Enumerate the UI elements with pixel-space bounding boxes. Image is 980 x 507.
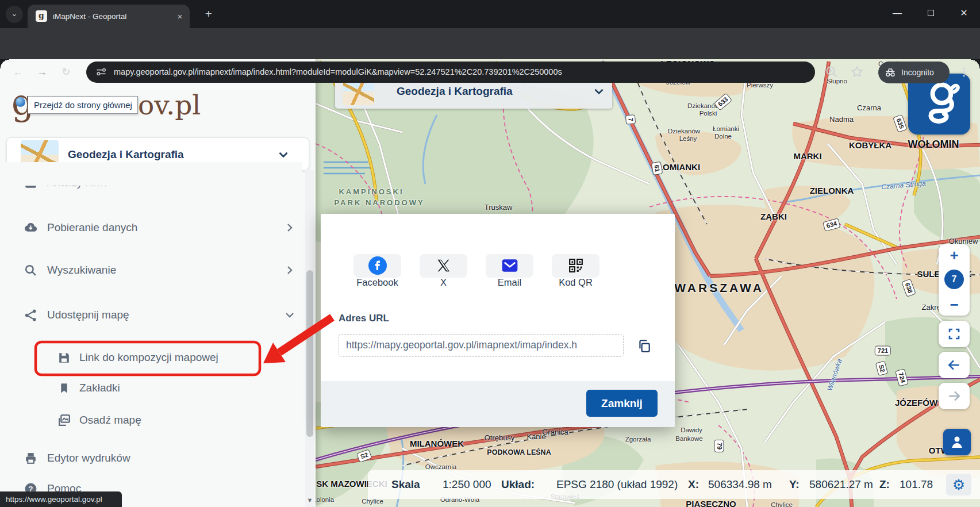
copy-icon [637,339,652,354]
zoom-in-button[interactable]: + [939,244,970,266]
share-qr-label: Kod QR [552,277,599,288]
zoom-panel: + 7 − [939,244,970,316]
tab-favicon: g [36,10,47,22]
copy-url-button[interactable] [634,336,655,356]
crs-value: EPSG 2180 (układ 1992) [556,470,678,499]
save-icon [57,351,71,365]
scrollbar-down-arrow[interactable]: ▼ [305,493,314,507]
sidebar-item-edytor-wydrukow[interactable]: Edytor wydruków [0,445,302,471]
window-close-button[interactable]: ✕ [952,3,976,23]
sidebar-item-label: Edytor wydruków [47,445,130,471]
sidebar-item-label: Pobieranie danych [47,215,137,240]
share-x-button[interactable] [420,254,467,278]
tab-search-button[interactable]: ⌄ [6,6,23,23]
road-shield: 79 [714,440,724,452]
settings-button[interactable]: ⚙ [946,474,971,496]
sidebar-item-zakladki[interactable]: Zakładki [0,375,302,401]
bookmark-star-button[interactable] [848,63,866,80]
z-label: Z: [879,478,890,490]
sidebar-item-label: Wyszukiwanie [47,258,116,283]
sidebar-panel: g ov.pl Przejdź do strony głównej Geodez… [0,59,316,507]
new-tab-button[interactable]: + [200,6,217,23]
sidebar-item-wyszukiwanie[interactable]: Wyszukiwanie [0,258,302,283]
tab-close-button[interactable]: × [174,10,186,23]
bookmark-icon [57,381,71,395]
share-icon [24,308,38,322]
fullscreen-icon [947,327,961,341]
z-value: 101.78 [900,470,933,499]
zoom-out-button[interactable]: − [939,294,970,316]
share-map-dialog: Facebook X Email Kod QR Adres URL https:… [321,214,675,427]
x-label: X: [688,478,699,490]
url-input[interactable]: https://mapy.geoportal.gov.pl/imapnext/i… [339,334,624,357]
incognito-label: Incognito [901,62,934,83]
home-tooltip: Przejdź do strony głównej [28,96,138,114]
sidebar-item-pobieranie-danych[interactable]: Pobieranie danych [0,215,302,240]
y-label: Y: [789,478,800,490]
logo-globe-icon [16,97,25,107]
logo-suffix[interactable]: ov.pl [138,91,201,118]
browser-reload-button[interactable]: ↻ [57,64,75,81]
crs-label: Układ: [501,478,535,490]
zoom-page-icon[interactable] [823,63,840,80]
share-facebook-label: Facebook [353,277,401,288]
magnifier-plus-icon [825,65,839,79]
sidebar-scrollbar[interactable]: ▼ [305,170,314,507]
maximize-icon [928,10,934,16]
chevron-down-icon [283,308,297,322]
chevron-right-icon [283,263,297,277]
incognito-icon [884,66,897,79]
map-status-bar: Skala 1:250 000 Układ: EPSG 2180 (układ … [368,470,980,499]
fullscreen-button[interactable] [939,321,970,347]
history-forward-button[interactable] [939,383,970,409]
y-value: 580621.27 m [809,470,873,499]
printer-icon [24,451,38,466]
scale-value: 1:250 000 [443,470,491,499]
browser-back-button[interactable]: ← [9,64,26,81]
scale-label: Skala [391,478,420,490]
browser-menu-button[interactable]: ⋮ [955,64,973,81]
profile-button[interactable] [943,429,971,455]
x-value: 506334.98 m [708,470,772,499]
arrow-left-icon [947,358,962,372]
incognito-badge: Incognito [878,62,950,83]
tab-title: iMapNext - Geoportal [53,5,126,28]
share-qr-button[interactable] [552,254,599,278]
history-back-button[interactable] [939,352,970,378]
sidebar-item-label: Zakładki [79,375,120,401]
scrollbar-thumb[interactable] [306,270,313,437]
facebook-icon [368,256,387,275]
embed-map-icon [57,413,71,428]
browser-forward-button[interactable]: → [33,64,51,81]
zoom-level-badge: 7 [944,270,964,289]
url-text[interactable]: mapy.geoportal.gov.pl/imapnext/imap/inde… [114,62,804,83]
share-email-button[interactable] [486,254,533,278]
gear-icon: ⚙ [952,477,965,493]
chevron-down-icon [276,147,291,162]
browser-toolbar: ← → ↻ mapy.geoportal.gov.pl/imapnext/ima… [0,28,980,59]
dialog-close-button[interactable]: Zamknij [586,390,658,417]
person-icon [948,433,966,451]
window-minimize-button[interactable]: — [885,3,909,23]
browser-tab-strip: ⌄ g iMapNext - Geoportal × + — ✕ [0,0,980,28]
chevron-right-icon [283,221,297,235]
road-shield: 61 [651,162,663,176]
url-field-label: Adres URL [339,313,389,324]
arrow-right-icon [947,389,962,404]
sidebar-item-link-do-kompozycji[interactable]: Link do kompozycji mapowej [0,345,302,370]
browser-tab[interactable]: g iMapNext - Geoportal × [28,5,190,28]
star-icon [850,65,864,79]
browser-link-preview: https://www.geoportal.gov.pl [0,491,122,507]
sidebar-item-udostepnij-mape[interactable]: Udostępnij mapę [0,302,302,328]
qr-code-icon [568,258,583,273]
sidebar-item-osadz-mape[interactable]: Osadź mapę [0,408,302,433]
window-corner-right [971,59,980,68]
share-facebook-button[interactable] [353,254,401,278]
site-settings-icon[interactable] [95,66,107,78]
sidebar-item-label: Link do kompozycji mapowej [79,345,218,370]
cloud-download-icon [24,221,38,235]
window-corner-left [0,59,9,68]
window-maximize-button[interactable] [918,3,943,23]
address-bar[interactable]: mapy.geoportal.gov.pl/imapnext/imap/inde… [86,62,815,83]
share-x-label: X [420,277,467,288]
